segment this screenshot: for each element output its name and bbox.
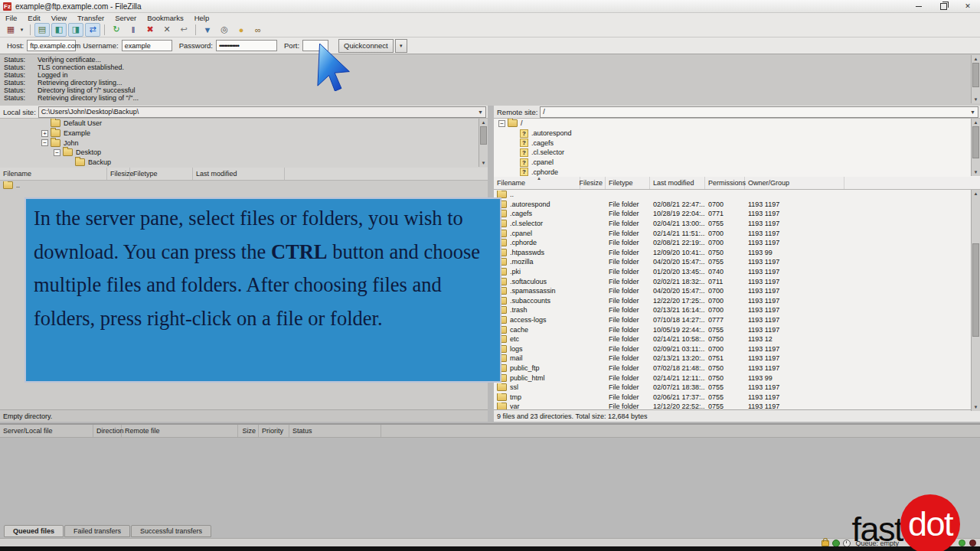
file-row[interactable]: ?access-logs File folder 07/10/18 14:27:…	[494, 315, 980, 325]
close-button[interactable]: ✕	[956, 0, 980, 12]
disconnect-icon[interactable]: ✕	[159, 23, 175, 37]
scroll-down-icon[interactable]: ▼	[972, 96, 980, 103]
maximize-button[interactable]	[931, 0, 956, 12]
local-site-path-input[interactable]: C:\Users\John\Desktop\Backup\▼	[38, 106, 486, 118]
file-row[interactable]: ?..	[494, 190, 980, 200]
tree-expander-icon[interactable]: −	[54, 149, 60, 156]
column-header[interactable]: Filesize	[107, 168, 130, 180]
column-header[interactable]: Remote file	[122, 425, 238, 437]
column-header[interactable]: Filename▲	[494, 177, 580, 189]
menu-item[interactable]: Help	[189, 14, 215, 22]
scroll-up-icon[interactable]: ▲	[479, 119, 488, 126]
column-header[interactable]: Filesize	[580, 177, 606, 189]
toolbar-button[interactable]	[104, 24, 105, 35]
column-header[interactable]: Priority	[259, 425, 289, 437]
column-header[interactable]: Last modified	[650, 177, 705, 189]
file-row[interactable]: ?logs File folder 02/09/21 03:11:... 070…	[494, 344, 980, 354]
file-row[interactable]: ?cache File folder 10/05/19 22:44:... 07…	[494, 324, 980, 334]
scroll-down-icon[interactable]: ▼	[972, 168, 980, 176]
menu-item[interactable]: Edit	[22, 14, 45, 22]
file-row[interactable]: ?.cpanel File folder 02/14/21 11:51:... …	[494, 228, 980, 238]
file-row[interactable]: ?mail File folder 02/13/21 13:20:... 075…	[494, 354, 980, 364]
filter-icon[interactable]: ▼	[200, 23, 215, 37]
quickconnect-dropdown-icon[interactable]: ▾	[395, 39, 407, 53]
lock-icon[interactable]	[822, 540, 829, 546]
reconnect-icon[interactable]: ↩	[176, 23, 191, 37]
menu-item[interactable]: View	[46, 14, 72, 22]
find-icon[interactable]: ∞	[250, 23, 266, 37]
tree-item[interactable]: ? .cl.selector	[494, 148, 980, 158]
menu-item[interactable]: Transfer	[72, 14, 109, 22]
password-input[interactable]: ••••••••••••	[216, 40, 277, 51]
scrollbar-thumb[interactable]	[972, 63, 979, 87]
file-row[interactable]: ?.mozilla File folder 04/20/20 15:47:...…	[494, 257, 980, 267]
file-row[interactable]: ?public_ftp File folder 07/02/18 21:48:.…	[494, 364, 980, 373]
site-manager-dropdown-icon[interactable]: ▾	[18, 23, 26, 37]
file-row[interactable]: ?public_html File folder 02/14/21 12:11:…	[494, 373, 980, 383]
file-row[interactable]: ?.pki File folder 01/20/20 13:45:... 074…	[494, 267, 980, 277]
menu-item[interactable]: File	[0, 14, 22, 22]
file-row[interactable]: ?etc File folder 02/14/21 10:58:... 0750…	[494, 334, 980, 344]
column-header[interactable]: Owner/Group	[745, 177, 844, 189]
scroll-down-icon[interactable]: ▼	[479, 159, 488, 167]
file-row[interactable]: ?.trash File folder 02/13/21 16:14:... 0…	[494, 305, 980, 315]
file-row[interactable]: ?.cl.selector File folder 02/04/21 13:00…	[494, 219, 980, 229]
file-row[interactable]: ?ssl File folder 02/07/21 18:38:... 0755…	[494, 383, 980, 393]
tree-expander-icon[interactable]: −	[41, 139, 48, 146]
host-input[interactable]: ftp.example.com	[27, 40, 76, 51]
tree-item[interactable]: − ? Desktop	[0, 148, 488, 158]
file-row[interactable]: ?.cphorde File folder 02/08/21 22:19:...…	[494, 238, 980, 248]
column-header[interactable]: Last modified	[193, 168, 285, 180]
toggle-queue-icon[interactable]: ⇄	[85, 23, 100, 37]
log-scrollbar[interactable]: ▲ ▼	[971, 55, 980, 103]
scrollbar-thumb[interactable]	[972, 243, 979, 337]
process-queue-icon[interactable]: ‖	[126, 23, 141, 37]
queue-tab[interactable]: Queued files	[4, 525, 64, 537]
file-row[interactable]: ?.cagefs File folder 10/28/19 22:04:... …	[494, 209, 980, 219]
tree-item[interactable]: − ? /	[494, 119, 980, 129]
toolbar-button[interactable]	[30, 24, 31, 35]
column-header[interactable]: Permissions	[705, 177, 745, 189]
column-header[interactable]: Server/Local file	[0, 425, 93, 437]
remote-site-path-input[interactable]: /▼	[540, 106, 978, 118]
sync-browse-icon[interactable]: ●	[234, 23, 249, 37]
chevron-down-icon[interactable]: ▼	[970, 109, 975, 115]
site-manager-icon[interactable]: ▦	[3, 23, 18, 37]
tree-item[interactable]: ? .cphorde	[494, 167, 980, 177]
tree-item[interactable]: ? Default User	[0, 119, 488, 129]
scroll-up-icon[interactable]: ▲	[972, 55, 980, 63]
remote-list-scrollbar[interactable]: ▲ ▼	[971, 190, 980, 411]
menu-item[interactable]: Server	[109, 14, 142, 22]
toggle-remote-tree-icon[interactable]: ◨	[68, 23, 83, 37]
scrollbar-thumb[interactable]	[480, 126, 487, 145]
tree-item[interactable]: ? .cpanel	[494, 158, 980, 168]
toggle-log-icon[interactable]: ▤	[34, 23, 50, 37]
chevron-down-icon[interactable]: ▼	[478, 109, 483, 115]
scroll-up-icon[interactable]: ▲	[972, 190, 980, 197]
tree-item[interactable]: ? .cagefs	[494, 138, 980, 148]
scroll-up-icon[interactable]: ▲	[972, 119, 980, 126]
column-header[interactable]: Status	[289, 425, 381, 437]
refresh-icon[interactable]: ↻	[109, 23, 124, 37]
column-header[interactable]: Filetype	[606, 177, 650, 189]
file-row[interactable]: ?.htpasswds File folder 12/09/20 10:41:.…	[494, 248, 980, 258]
local-tree-scrollbar[interactable]: ▲ ▼	[479, 119, 488, 167]
queue-tab[interactable]: Successful transfers	[131, 525, 211, 537]
tree-item[interactable]: ? .autorespond	[494, 129, 980, 139]
clock-icon[interactable]	[843, 540, 851, 547]
tree-expander-icon[interactable]: +	[41, 130, 48, 137]
tree-item[interactable]: − ? John	[0, 138, 488, 148]
toggle-local-tree-icon[interactable]: ◧	[51, 23, 67, 37]
remote-tree-scrollbar[interactable]: ▲ ▼	[971, 119, 980, 176]
column-header[interactable]: Direction	[93, 425, 122, 437]
column-header[interactable]: Filename	[0, 168, 107, 180]
file-row[interactable]: ?tmp File folder 02/06/21 17:37:... 0755…	[494, 392, 980, 402]
queue-tab[interactable]: Failed transfers	[64, 525, 130, 537]
file-row[interactable]: ?.spamassassin File folder 04/20/20 15:4…	[494, 286, 980, 296]
file-row[interactable]: ?.autorespond File folder 02/08/21 22:47…	[494, 200, 980, 210]
column-header[interactable]: Size	[238, 425, 259, 437]
menu-item[interactable]: Bookmarks	[142, 14, 189, 22]
toolbar-button[interactable]	[195, 24, 196, 35]
username-input[interactable]: example	[122, 40, 172, 51]
file-row[interactable]: ?.subaccounts File folder 12/22/20 17:25…	[494, 296, 980, 306]
